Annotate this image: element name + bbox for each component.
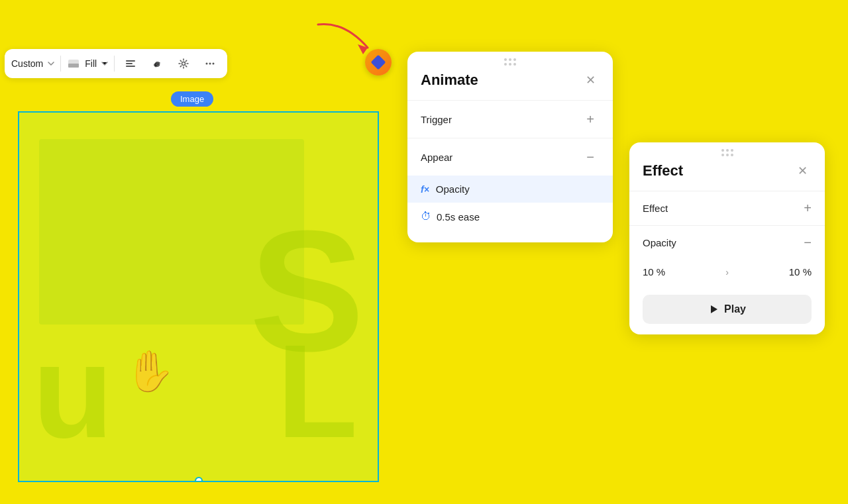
fill-chevron-icon (101, 60, 109, 68)
svg-rect-1 (68, 64, 79, 68)
effect-panel-header: Effect ✕ (629, 159, 825, 191)
appear-row: Appear − (407, 138, 613, 176)
ease-row: ⏱ 0.5s ease (407, 203, 613, 232)
effect-panel-drag-handle[interactable] (629, 142, 825, 159)
canvas-letter-l: L (277, 315, 358, 468)
animate-panel-drag-handle[interactable] (407, 52, 613, 68)
svg-point-5 (182, 62, 186, 66)
opacity-arrow-icon: › (725, 267, 729, 277)
animate-panel-header: Animate ✕ (407, 68, 613, 100)
svg-rect-4 (126, 66, 135, 67)
more-dots-icon (204, 58, 216, 70)
svg-rect-2 (126, 60, 135, 62)
canvas-image-frame[interactable]: S u L ✋ (18, 111, 379, 482)
fill-dropdown[interactable]: Fill (66, 56, 109, 71)
align-icon-btn[interactable] (120, 53, 141, 74)
opacity-effect-label: Opacity (643, 237, 676, 248)
trigger-row: Trigger + (407, 100, 613, 138)
opacity-label: Opacity (436, 183, 470, 195)
svg-point-8 (213, 63, 215, 65)
gear-icon (178, 58, 189, 70)
opacity-to-value: 10 % (789, 266, 812, 277)
canvas-resize-handle[interactable] (195, 477, 203, 482)
toolbar-divider-1 (60, 56, 61, 72)
play-icon (708, 304, 719, 315)
more-icon-btn[interactable] (199, 53, 221, 74)
custom-dropdown[interactable]: Custom (11, 58, 55, 69)
fx-icon: f× (421, 184, 429, 195)
align-icon (125, 58, 136, 70)
drag-handle-dots (504, 58, 516, 66)
opacity-row-item[interactable]: f× Opacity (407, 176, 613, 203)
effect-panel: Effect ✕ Effect + Opacity − 10 % › 10 % … (629, 142, 825, 334)
svg-point-6 (206, 63, 208, 65)
fill-icon (66, 56, 81, 71)
opacity-from-value: 10 % (643, 266, 665, 277)
image-label-badge: Image (171, 91, 213, 107)
effect-panel-title: Effect (643, 162, 683, 179)
play-button[interactable]: Play (643, 295, 812, 324)
animate-panel: Animate ✕ Trigger + Appear − f× Opacity … (407, 52, 613, 242)
opacity-remove-button[interactable]: − (804, 235, 812, 250)
opacity-values-row: 10 % › 10 % (629, 260, 825, 284)
clock-icon: ⏱ (421, 211, 431, 223)
animate-panel-title: Animate (421, 72, 478, 89)
effect-row: Effect + (629, 191, 825, 225)
effect-drag-handle-dots (721, 149, 733, 156)
svg-marker-10 (711, 305, 717, 313)
svg-point-7 (209, 63, 211, 65)
custom-label: Custom (11, 58, 43, 69)
appear-label: Appear (421, 152, 452, 163)
trigger-add-button[interactable]: + (581, 110, 600, 128)
canvas-letter-u: u (32, 315, 113, 468)
effect-panel-close-button[interactable]: ✕ (793, 162, 812, 180)
canvas-image-inner: S u L ✋ (19, 113, 378, 481)
svg-rect-3 (126, 63, 132, 64)
animate-panel-close-button[interactable]: ✕ (581, 71, 600, 89)
play-label: Play (724, 303, 746, 315)
link-icon-btn[interactable] (146, 53, 168, 74)
toolbar: Custom Fill (5, 49, 227, 78)
ease-label: 0.5s ease (437, 211, 480, 223)
link-icon (151, 58, 163, 70)
opacity-effect-row: Opacity − (629, 225, 825, 260)
effect-add-button[interactable]: + (804, 201, 812, 216)
trigger-label: Trigger (421, 114, 452, 125)
effect-label: Effect (643, 203, 668, 214)
hand-icon: ✋ (125, 348, 175, 395)
fill-label: Fill (85, 58, 97, 69)
settings-icon-btn[interactable] (173, 53, 194, 74)
toolbar-divider-2 (114, 56, 115, 72)
red-arrow (305, 15, 384, 68)
appear-remove-button[interactable]: − (581, 148, 600, 166)
chevron-down-icon (47, 60, 55, 68)
